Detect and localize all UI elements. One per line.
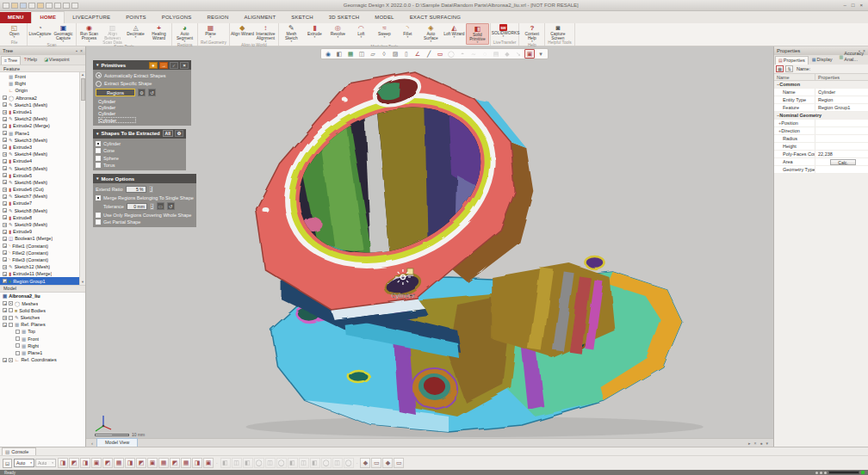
expander-icon[interactable] xyxy=(3,215,7,219)
console-tool-icon[interactable] xyxy=(332,458,343,468)
ribbon-button[interactable]: Run Scan Process▾ xyxy=(78,23,101,43)
viewport-tool-icon[interactable] xyxy=(345,49,356,59)
ribbon-button[interactable]: Align Between Scan Data▾ xyxy=(101,23,124,45)
expander-icon[interactable] xyxy=(3,208,7,213)
ribbon-button[interactable]: Decimate▾ xyxy=(124,23,147,39)
console-tool-icon[interactable] xyxy=(203,458,214,468)
expander-icon[interactable] xyxy=(3,173,7,177)
apply-icon[interactable]: ✓ xyxy=(170,62,178,69)
next-stage-icon[interactable]: → xyxy=(159,62,168,69)
expander-icon[interactable] xyxy=(3,201,7,206)
console-tool-icon[interactable] xyxy=(371,458,381,468)
ribbon-button[interactable]: Geomagic Capture▾ xyxy=(52,23,75,43)
viewport-tool-icon[interactable] xyxy=(480,49,490,59)
ribbon-button[interactable]: Revolve▾ xyxy=(326,23,350,39)
lock-icon[interactable]: ● xyxy=(149,62,158,69)
quick-access-icon[interactable] xyxy=(28,3,35,9)
tree-item[interactable]: Boolean1 (Merge) xyxy=(0,235,79,242)
expander-icon[interactable] xyxy=(3,145,7,149)
tab-scroll-left-icon[interactable]: ‹ xyxy=(86,441,96,447)
pin-icon[interactable]: ▪ xyxy=(76,48,78,53)
property-row[interactable]: Name Cylinder xyxy=(774,89,868,96)
expander-icon[interactable] xyxy=(3,166,7,170)
tree-item[interactable]: Sketch9 (Mesh) xyxy=(0,221,79,228)
sort-az-icon[interactable]: ⇅ xyxy=(785,65,793,72)
more-options-header[interactable]: ▼ More Options xyxy=(93,174,196,183)
ribbon-tab[interactable]: MENU xyxy=(0,12,31,23)
console-tool-icon[interactable] xyxy=(58,458,68,468)
console-tool-icon[interactable] xyxy=(91,458,102,468)
ribbon-tab[interactable]: LIVECAPTURE xyxy=(65,12,118,23)
close-icon[interactable]: × xyxy=(180,62,189,69)
ribbon-tab[interactable]: MODEL xyxy=(367,12,401,23)
extracted-shape-item[interactable]: Cylinder xyxy=(98,105,136,111)
console-tool-icon[interactable] xyxy=(114,458,124,468)
radio-icon[interactable] xyxy=(96,72,102,78)
tolerance-input[interactable]: 0 mm xyxy=(127,203,147,210)
console-tool-icon[interactable] xyxy=(276,458,287,468)
quick-access-icon[interactable] xyxy=(71,3,78,9)
console-tool-icon[interactable] xyxy=(299,458,309,468)
model-tree-item[interactable]: Right xyxy=(0,342,79,349)
ribbon-tab[interactable]: POINTS xyxy=(118,12,154,23)
shapes-panel-header[interactable]: ▼ Shapes To Be Extracted All ⚙ xyxy=(93,129,186,139)
collapse-caret-icon[interactable]: ▼ xyxy=(96,176,99,181)
tree-item[interactable]: Sketch4 (Mesh) xyxy=(0,151,79,157)
expander-icon[interactable] xyxy=(3,110,7,114)
model-tree-item[interactable]: Meshes xyxy=(0,300,79,307)
visibility-checkbox[interactable] xyxy=(9,301,13,305)
tree-item[interactable]: Sketch6 (Mesh) xyxy=(0,179,79,186)
scroll-down-icon[interactable]: ▼ xyxy=(81,280,84,285)
tree-item[interactable]: Plane1 xyxy=(0,130,79,137)
property-row[interactable]: Geometry Type xyxy=(774,166,868,174)
viewport-tool-icon[interactable] xyxy=(524,49,535,59)
expander-icon[interactable] xyxy=(3,188,7,192)
ribbon-button[interactable]: Sweep▾ xyxy=(373,23,396,39)
tree-panel-tab[interactable]: Viewpoint xyxy=(40,55,72,65)
collapse-caret-icon[interactable]: ▼ xyxy=(96,63,99,67)
console-tool-icon[interactable] xyxy=(243,458,253,468)
ribbon-button[interactable]: Align Wizard▾ xyxy=(231,23,254,36)
tree-item[interactable]: Sketch1 (Mesh) xyxy=(0,102,79,108)
shape-option[interactable]: Torus xyxy=(96,163,183,168)
tree-item[interactable]: Extrude5 xyxy=(0,172,79,179)
console-tool-icon[interactable] xyxy=(181,458,191,468)
tree-item[interactable]: Extrude6 (Cut) xyxy=(0,186,79,193)
checkbox-icon[interactable] xyxy=(96,156,101,161)
ribbon-tab[interactable]: POLYGONS xyxy=(154,12,200,23)
quick-access-icon[interactable] xyxy=(54,3,61,9)
ribbon-button[interactable]: LiveCapture▾ xyxy=(28,23,52,39)
viewport-tool-icon[interactable] xyxy=(536,49,546,59)
console-tool-icon[interactable] xyxy=(288,458,298,468)
ribbon-button[interactable]: Auto Surface▾ xyxy=(419,23,443,43)
console-tool-icon[interactable] xyxy=(102,458,113,468)
ribbon-button[interactable]: Auto Segment▾ xyxy=(173,23,196,43)
category-view-icon[interactable]: ▦ xyxy=(776,65,784,72)
expander-icon[interactable] xyxy=(3,265,7,269)
viewport-tool-icon[interactable] xyxy=(424,49,434,59)
expander-icon[interactable] xyxy=(3,250,7,255)
expander-icon[interactable] xyxy=(3,257,7,262)
ribbon-tab[interactable]: 3D SKETCH xyxy=(321,12,367,23)
tree-item[interactable]: Extrude9 xyxy=(0,228,79,235)
gear-icon[interactable]: ⚙ xyxy=(175,130,183,137)
checkbox-icon[interactable] xyxy=(96,213,101,218)
quick-access-icon[interactable] xyxy=(11,3,18,9)
model-root-item[interactable]: Albronsa2_liu xyxy=(0,293,85,300)
filter-settings-icon[interactable]: ⚙ xyxy=(138,89,146,96)
mode-dropdown[interactable]: Auto▾ xyxy=(35,459,56,467)
visibility-checkbox[interactable] xyxy=(9,358,13,362)
visibility-checkbox[interactable] xyxy=(16,351,20,355)
spinner-icon[interactable]: ▲▼ xyxy=(150,203,154,210)
visibility-checkbox[interactable] xyxy=(9,316,13,320)
tree-item[interactable]: Fillet3 (Constant) xyxy=(0,256,79,263)
radio-icon[interactable] xyxy=(96,81,102,87)
quick-access-icon[interactable] xyxy=(46,3,53,9)
expander-icon[interactable] xyxy=(3,358,7,362)
viewport-3d[interactable]: Cylinder ▼ Primitives ● → ✓ xyxy=(86,46,773,438)
expander-icon[interactable] xyxy=(3,301,7,305)
property-row[interactable]: Height xyxy=(774,143,868,151)
ribbon-tab[interactable]: SKETCH xyxy=(283,12,321,23)
tree-panel-tab[interactable]: Tree xyxy=(1,56,21,65)
tab-close-icon[interactable]: × xyxy=(754,441,757,446)
